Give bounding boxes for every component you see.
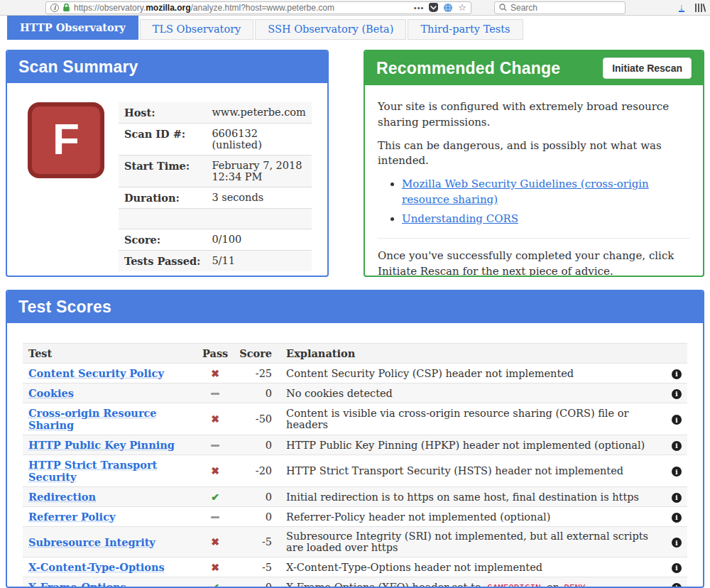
col-header-test: Test [23,344,197,364]
test-score: 0 [234,487,280,507]
grade-letter: F [53,114,80,164]
grade-badge: F [28,102,104,178]
test-name-link[interactable]: X-Content-Type-Options [28,561,165,573]
url-bar[interactable]: i https://observatory.mozilla.org/analyz… [45,1,471,14]
summary-label: Start Time: [119,156,206,187]
fail-x-icon: ✖ [211,465,219,477]
table-header-row: Test Pass Score Explanation [23,344,687,364]
test-scores-title: Test Scores [18,298,111,317]
test-explanation: HTTP Strict Transport Security (HSTS) he… [280,455,662,487]
info-icon[interactable]: i [672,538,682,548]
pass-check-icon: ✔ [211,582,219,588]
test-score: -20 [234,455,280,487]
url-text: https://observatory.mozilla.org/analyze.… [74,3,410,13]
summary-row: Score:0/100 [119,229,312,251]
info-icon[interactable]: i [672,415,682,425]
summary-row: Host:www.peterbe.com [119,102,312,124]
test-explanation: X-Content-Type-Options header not implem… [280,557,662,577]
padlock-icon[interactable] [62,3,70,12]
test-explanation: Referrer-Policy header not implemented (… [280,507,662,527]
advice-link[interactable]: Mozilla Web Security Guidelines (cross-o… [402,178,649,206]
info-icon[interactable]: i [672,563,682,573]
summary-label: Tests Passed: [119,251,206,272]
test-name-link[interactable]: Cross-origin Resource Sharing [28,407,157,431]
summary-row: Duration:3 seconds [119,187,312,209]
test-scores-table: Test Pass Score Explanation Content Secu… [23,343,687,588]
recommended-change-body: Your site is configured with extremely b… [365,85,703,277]
test-explanation: Content is visible via cross-origin reso… [280,403,662,435]
summary-value: 5/11 [206,251,312,272]
test-scores-panel: Test Scores Test Pass Score Explanation … [6,290,704,588]
summary-spacer [119,209,312,229]
scan-summary-panel: Scan Summary F Host:www.peterbe.comScan … [6,50,329,277]
info-icon[interactable]: i [672,493,682,503]
neutral-dash-icon [211,393,219,395]
globe-extension-icon[interactable] [443,3,453,13]
summary-row: Tests Passed:5/11 [119,251,312,272]
info-icon[interactable]: i [672,583,682,588]
summary-value: 6606132 (unlisted) [206,124,312,156]
test-score: -25 [234,364,280,383]
test-name-link[interactable]: HTTP Public Key Pinning [28,439,175,451]
test-name-link[interactable]: X-Frame-Options [28,581,126,588]
observatory-tabs: HTTP ObservatoryTLS ObservatorySSH Obser… [0,16,710,40]
test-row: Content Security Policy✖-25Content Secur… [23,364,687,383]
tab-http-observatory[interactable]: HTTP Observatory [7,16,138,40]
test-score: -5 [234,527,280,557]
tab-third-party-tests[interactable]: Third-party Tests [408,19,523,40]
test-name-link[interactable]: Cookies [28,387,74,399]
test-score: 0 [234,383,280,403]
info-icon[interactable]: i [672,467,682,477]
summary-value: 0/100 [206,229,312,251]
tab-ssh-observatory-beta-[interactable]: SSH Observatory (Beta) [255,19,406,40]
info-icon[interactable]: i [672,389,682,399]
summary-row: Start Time:February 7, 2018 12:34 PM [119,156,312,187]
test-name-link[interactable]: Referrer Policy [28,511,115,523]
info-icon[interactable]: i [672,369,682,379]
summary-label: Score: [119,229,206,251]
bookmark-star-icon[interactable]: ☆ [458,3,466,12]
header-value-code: SAMEORIGIN [484,582,543,588]
test-row: X-Frame-Options✔0X-Frame-Options (XFO) h… [23,577,687,588]
browser-toolbar: i https://observatory.mozilla.org/analyz… [0,0,710,16]
test-name-link[interactable]: HTTP Strict Transport Security [28,459,157,483]
tab-tls-observatory[interactable]: TLS Observatory [140,19,253,40]
search-icon [499,4,507,11]
fail-x-icon: ✖ [211,368,219,379]
library-icon[interactable] [694,3,706,13]
info-icon[interactable]: i [672,441,682,451]
page-actions-icon[interactable]: ••• [414,4,425,12]
test-name-link[interactable]: Redirection [28,491,96,503]
advice-paragraph-1: Your site is configured with extremely b… [378,99,690,131]
advice-link[interactable]: Understanding CORS [402,212,518,225]
neutral-dash-icon [211,445,219,447]
test-explanation: X-Frame-Options (XFO) header set to SAME… [280,577,662,588]
test-row: Referrer Policy0Referrer-Policy header n… [23,507,687,527]
test-row: HTTP Public Key Pinning0HTTP Public Key … [23,435,687,455]
page-info-icon[interactable]: i [50,4,59,12]
test-name-link[interactable]: Content Security Policy [28,367,164,379]
download-icon[interactable]: ↓ [679,4,685,12]
test-row: HTTP Strict Transport Security✖-20HTTP S… [23,455,687,487]
initiate-rescan-button[interactable]: Initiate Rescan [603,58,692,79]
pocket-icon[interactable] [429,3,438,12]
search-input[interactable] [510,3,621,13]
advice-links: Mozilla Web Security Guidelines (cross-o… [402,177,690,227]
search-bar[interactable] [494,1,626,14]
col-header-pass: Pass [197,344,234,364]
advice-paragraph-2: This can be dangerous, and is possibly n… [378,138,690,170]
summary-value: February 7, 2018 12:34 PM [206,156,312,187]
test-name-link[interactable]: Subresource Integrity [28,536,155,548]
scan-summary-title: Scan Summary [18,58,138,77]
header-value-code: DENY [561,582,588,588]
recommended-change-title: Recommended Change [376,59,560,78]
info-icon[interactable]: i [672,513,682,523]
test-scores-body: Test Pass Score Explanation Content Secu… [7,323,703,588]
test-explanation: No cookies detected [280,383,662,403]
col-header-explanation: Explanation [280,344,662,364]
toolbar-right-icons: ↓ [679,3,706,13]
url-domain: mozilla.org [146,3,190,13]
summary-label: Host: [119,102,206,124]
neutral-dash-icon [211,516,219,518]
page-content: Scan Summary F Host:www.peterbe.comScan … [0,40,710,588]
